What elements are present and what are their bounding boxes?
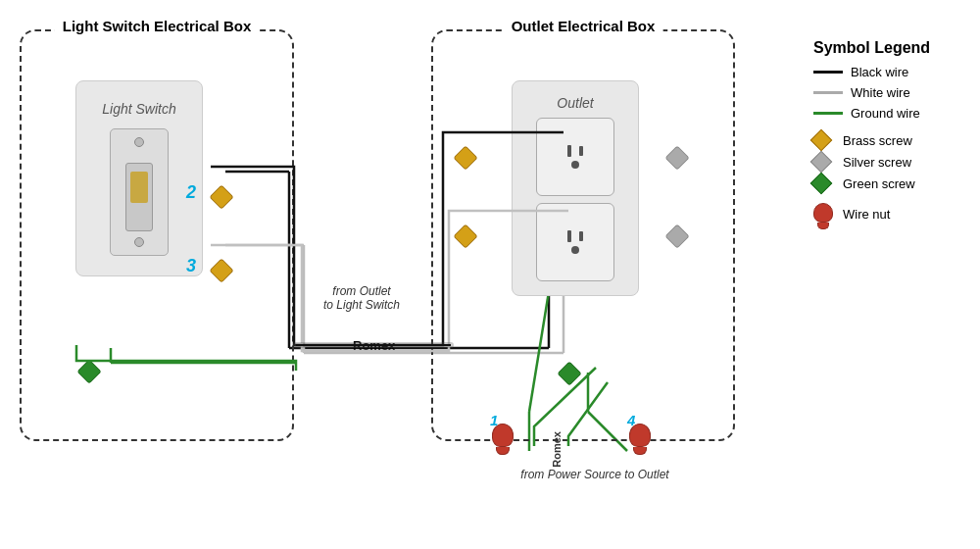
legend-silver-screw: Silver screw [813, 154, 960, 170]
outlet-slot-left [567, 145, 571, 157]
outlet-slot-right [579, 146, 583, 156]
legend-brass-screw: Brass screw [813, 132, 960, 148]
switch-electrical-box: Light Switch Electrical Box Light Switch… [20, 29, 294, 441]
light-switch-panel: Light Switch [75, 80, 203, 276]
switch-box-title: Light Switch Electrical Box [55, 18, 260, 34]
outlet-silver-screw-top [664, 145, 689, 170]
wire-nut-1-tip [496, 447, 510, 455]
legend-ground-wire: Ground wire [813, 106, 960, 121]
legend-brass-label: Brass screw [843, 133, 912, 148]
legend-silver-label: Silver screw [843, 155, 911, 170]
legend-black-line [813, 71, 843, 74]
romex-label-outlet: Romex [551, 431, 563, 468]
light-switch-label: Light Switch [102, 101, 175, 117]
legend-green-screw: Green screw [813, 175, 960, 191]
legend-title: Symbol Legend [813, 39, 960, 57]
legend-green-label: Green screw [843, 176, 915, 191]
outlet-brass-screw-top [453, 145, 477, 170]
switch-label-2: 2 [186, 182, 196, 203]
outlet-ground-hole-bottom [571, 246, 579, 254]
outlet-label: Outlet [557, 95, 593, 111]
legend-brass-diamond [810, 129, 833, 152]
outlet-ground-hole [571, 161, 579, 169]
symbol-legend: Symbol Legend Black wire White wire Grou… [804, 29, 970, 245]
outlet-electrical-box: Outlet Electrical Box Outlet [431, 29, 735, 441]
legend-wire-nut-icon [813, 203, 833, 229]
outlet-face-bottom [536, 203, 614, 281]
outlet-face-top [536, 118, 614, 196]
legend-black-wire: Black wire [813, 65, 960, 79]
legend-ground-label: Ground wire [851, 106, 920, 121]
wire-nut-4-tip [633, 447, 647, 455]
power-source-label: from Power Source to Outlet [492, 468, 698, 481]
legend-white-label: White wire [851, 85, 910, 100]
wire-nut-label-1: 1 [490, 412, 498, 428]
legend-silver-diamond [810, 151, 833, 174]
legend-black-label: Black wire [851, 65, 908, 79]
legend-white-wire: White wire [813, 85, 960, 100]
legend-wire-nut-label: Wire nut [843, 207, 890, 222]
switch-green-screw [76, 359, 101, 383]
switch-brass-screw-3 [209, 258, 233, 282]
outlet-panel: Outlet [512, 80, 639, 296]
legend-ground-line [813, 112, 843, 115]
switch-brass-screw-2 [209, 184, 233, 209]
legend-green-diamond [810, 173, 833, 195]
wire-nut-label-4: 4 [627, 412, 635, 428]
outlet-box-title: Outlet Electrical Box [504, 18, 663, 34]
legend-wire-nut: Wire nut [813, 203, 960, 229]
outlet-silver-screw-bottom [664, 224, 689, 248]
switch-label-3: 3 [186, 256, 196, 276]
outlet-green-screw [557, 361, 581, 385]
outlet-brass-screw-bottom [453, 224, 477, 248]
romex-label-main: Romex [353, 338, 395, 353]
outlet-slot-left-bottom [567, 230, 571, 242]
outlet-to-switch-label: from Outletto Light Switch [323, 284, 400, 312]
legend-white-line [813, 91, 843, 94]
outlet-slot-right-bottom [579, 231, 583, 241]
